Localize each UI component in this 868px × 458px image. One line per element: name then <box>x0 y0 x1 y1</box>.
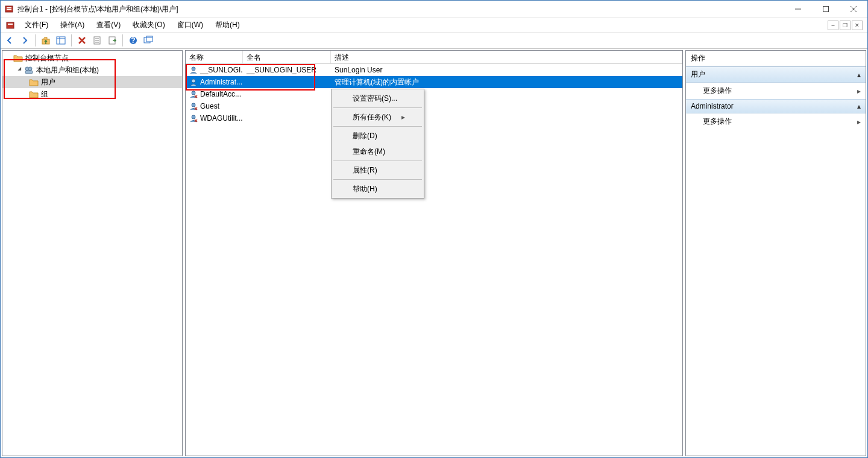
cell-name: Administrat... <box>200 78 242 86</box>
ctx-properties[interactable]: 属性(R) <box>333 162 423 178</box>
menu-favorites[interactable]: 收藏夹(O) <box>128 19 169 31</box>
ctx-help[interactable]: 帮助(H) <box>333 181 423 197</box>
actions-title: 操作 <box>686 51 866 66</box>
tree-root-label: 控制台根节点 <box>25 53 69 63</box>
tree-local-label: 本地用户和组(本地) <box>36 65 99 75</box>
delete-button[interactable] <box>75 34 89 47</box>
menu-action[interactable]: 操作(A) <box>55 19 89 31</box>
work-area: 控制台根节点 本地用户和组(本地) 用户 组 <box>1 49 867 457</box>
mdi-controls: – ❐ ✕ <box>828 21 863 30</box>
cell-name: __SUNLOGI... <box>200 66 243 74</box>
user-icon <box>189 78 198 86</box>
folder-icon <box>29 78 39 86</box>
svg-rect-8 <box>8 24 13 25</box>
doc-icon <box>5 21 15 30</box>
ctx-all-tasks[interactable]: 所有任务(K)▸ <box>333 109 423 125</box>
cell-fullname: __SUNLOGIN_USER <box>247 66 316 74</box>
svg-rect-2 <box>7 9 11 10</box>
svg-point-29 <box>192 79 195 83</box>
menu-help[interactable]: 帮助(H) <box>210 19 245 31</box>
list-row-guest[interactable]: Guest 的内... <box>186 100 682 112</box>
svg-text:?: ? <box>131 36 135 45</box>
tree-root-node[interactable]: 控制台根节点 <box>2 52 182 64</box>
user-disabled-icon <box>189 90 198 98</box>
tree-users-node[interactable]: 用户 <box>2 76 182 88</box>
menu-window[interactable]: 窗口(W) <box>172 19 208 31</box>
actions-section-admin[interactable]: Administrator ▴ <box>686 99 866 113</box>
tree-users-label: 用户 <box>41 77 55 87</box>
new-window-button[interactable] <box>142 34 155 47</box>
svg-point-31 <box>192 103 195 107</box>
list-body[interactable]: __SUNLOGI... __SUNLOGIN_USER SunLogin Us… <box>186 64 682 456</box>
up-button[interactable] <box>39 34 52 47</box>
expand-icon[interactable] <box>16 66 24 74</box>
forward-button[interactable] <box>18 34 31 47</box>
actions-more-admin[interactable]: 更多操作 ▸ <box>686 113 866 130</box>
submenu-arrow-icon: ▸ <box>857 118 861 126</box>
maximize-button[interactable] <box>812 1 840 17</box>
menu-view[interactable]: 查看(V) <box>92 19 125 31</box>
mdi-close[interactable]: ✕ <box>852 21 863 30</box>
properties-button[interactable] <box>90 34 104 47</box>
svg-point-32 <box>192 115 195 119</box>
chevron-up-icon: ▴ <box>857 102 861 110</box>
tree-pane: 控制台根节点 本地用户和组(本地) 用户 组 <box>2 50 183 456</box>
list-row-wdagutility[interactable]: WDAGUtilit... er 应用... <box>186 112 682 124</box>
col-header-name[interactable]: 名称 <box>186 51 243 63</box>
list-row-defaultaccount[interactable]: DefaultAcc... <box>186 88 682 100</box>
cell-name: WDAGUtilit... <box>200 114 243 122</box>
back-button[interactable] <box>3 34 16 47</box>
list-row-administrator[interactable]: Administrat... 管理计算机(域)的内置帐户 <box>186 76 682 88</box>
ctx-set-password[interactable]: 设置密码(S)... <box>333 91 423 106</box>
ctx-separator <box>333 126 422 127</box>
submenu-arrow-icon: ▸ <box>401 113 405 121</box>
tree-groups-node[interactable]: 组 <box>2 88 182 100</box>
submenu-arrow-icon: ▸ <box>857 87 861 95</box>
window-title: 控制台1 - [控制台根节点\本地用户和组(本地)\用户] <box>17 4 178 14</box>
minimize-button[interactable] <box>784 1 812 17</box>
cell-name: DefaultAcc... <box>200 90 241 98</box>
close-button[interactable] <box>840 1 867 17</box>
folder-icon <box>13 54 23 62</box>
col-header-desc[interactable]: 描述 <box>331 51 682 63</box>
svg-rect-1 <box>7 7 11 8</box>
show-hide-tree-button[interactable] <box>54 34 68 47</box>
actions-pane: 操作 用户 ▴ 更多操作 ▸ Administrator ▴ 更多操作 ▸ <box>685 50 866 456</box>
actions-more-users[interactable]: 更多操作 ▸ <box>686 83 866 99</box>
ctx-delete[interactable]: 删除(D) <box>333 128 423 144</box>
context-menu: 设置密码(S)... 所有任务(K)▸ 删除(D) 重命名(M) 属性(R) 帮… <box>331 89 424 199</box>
menu-file[interactable]: 文件(F) <box>20 19 53 31</box>
cell-name: Guest <box>200 102 219 110</box>
col-header-fullname[interactable]: 全名 <box>243 51 331 63</box>
ctx-separator <box>333 107 422 108</box>
svg-rect-27 <box>25 71 33 74</box>
mmc-window: 控制台1 - [控制台根节点\本地用户和组(本地)\用户] 文件(F) 操作(A… <box>0 0 868 458</box>
chevron-up-icon: ▴ <box>857 71 861 79</box>
ctx-separator <box>333 161 422 161</box>
titlebar: 控制台1 - [控制台根节点\本地用户和组(本地)\用户] <box>1 1 867 17</box>
ctx-rename[interactable]: 重命名(M) <box>333 144 423 159</box>
navigation-tree[interactable]: 控制台根节点 本地用户和组(本地) 用户 组 <box>2 51 182 456</box>
user-disabled-icon <box>189 102 198 110</box>
cell-desc: SunLogin User <box>335 66 382 74</box>
svg-point-30 <box>192 91 195 95</box>
folder-icon <box>29 90 39 98</box>
svg-point-26 <box>28 67 32 71</box>
mdi-minimize[interactable]: – <box>828 21 838 30</box>
toolbar: ? <box>1 32 867 49</box>
export-button[interactable] <box>105 34 119 47</box>
svg-rect-23 <box>146 36 153 42</box>
tree-local-users-groups[interactable]: 本地用户和组(本地) <box>2 64 182 76</box>
list-row-sunlogin[interactable]: __SUNLOGI... __SUNLOGIN_USER SunLogin Us… <box>186 64 682 76</box>
list-pane: 名称 全名 描述 __SUNLOGI... __SUNLOGIN_USER Su… <box>185 50 683 456</box>
mdi-restore[interactable]: ❐ <box>840 21 851 30</box>
cell-desc: 管理计算机(域)的内置帐户 <box>335 77 419 87</box>
svg-point-28 <box>192 67 195 71</box>
help-button[interactable]: ? <box>127 34 140 47</box>
actions-section-users[interactable]: 用户 ▴ <box>686 66 866 83</box>
tree-groups-label: 组 <box>41 89 48 100</box>
user-disabled-icon <box>189 114 198 122</box>
svg-rect-4 <box>823 7 829 12</box>
svg-rect-7 <box>7 22 14 28</box>
app-icon <box>4 4 14 14</box>
